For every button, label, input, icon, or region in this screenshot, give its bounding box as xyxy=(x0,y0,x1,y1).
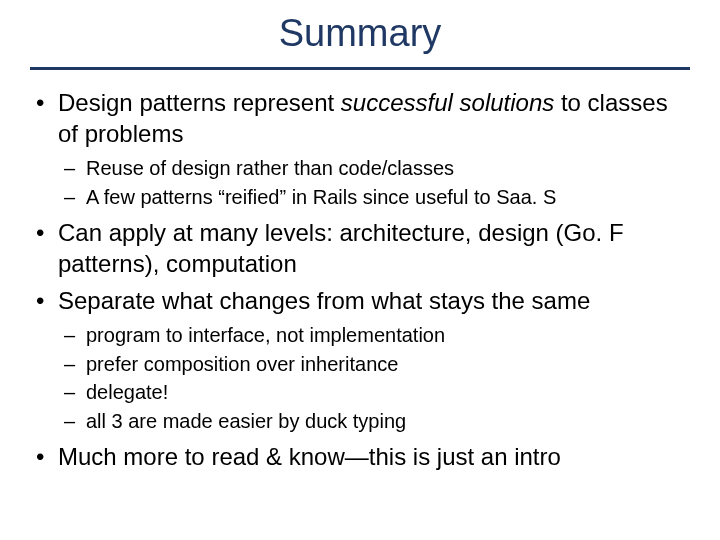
sub-bullet-item: A few patterns “reified” in Rails since … xyxy=(58,184,690,210)
bullet-text: Design patterns represent xyxy=(58,89,341,116)
sub-bullet-text: delegate! xyxy=(86,381,168,403)
sub-bullet-list: Reuse of design rather than code/classes… xyxy=(58,155,690,210)
sub-bullet-item: prefer composition over inheritance xyxy=(58,351,690,377)
sub-bullet-item: all 3 are made easier by duck typing xyxy=(58,408,690,434)
slide-title: Summary xyxy=(30,12,690,70)
bullet-item: Much more to read & know—this is just an… xyxy=(30,442,690,473)
bullet-text: Much more to read & know—this is just an… xyxy=(58,443,561,470)
bullet-list: Design patterns represent successful sol… xyxy=(30,88,690,473)
sub-bullet-text: Reuse of design rather than code/classes xyxy=(86,157,454,179)
bullet-text: Can apply at many levels: architecture, … xyxy=(58,219,624,277)
bullet-item: Can apply at many levels: architecture, … xyxy=(30,218,690,279)
sub-bullet-item: Reuse of design rather than code/classes xyxy=(58,155,690,181)
sub-bullet-item: delegate! xyxy=(58,379,690,405)
bullet-text-emphasis: successful solutions xyxy=(341,89,554,116)
sub-bullet-text: A few patterns “reified” in Rails since … xyxy=(86,186,556,208)
sub-bullet-item: program to interface, not implementation xyxy=(58,322,690,348)
bullet-item: Design patterns represent successful sol… xyxy=(30,88,690,210)
sub-bullet-text: prefer composition over inheritance xyxy=(86,353,398,375)
bullet-text: Separate what changes from what stays th… xyxy=(58,287,590,314)
sub-bullet-text: all 3 are made easier by duck typing xyxy=(86,410,406,432)
bullet-item: Separate what changes from what stays th… xyxy=(30,286,690,434)
sub-bullet-text: program to interface, not implementation xyxy=(86,324,445,346)
slide: Summary Design patterns represent succes… xyxy=(0,0,720,540)
sub-bullet-list: program to interface, not implementation… xyxy=(58,322,690,434)
